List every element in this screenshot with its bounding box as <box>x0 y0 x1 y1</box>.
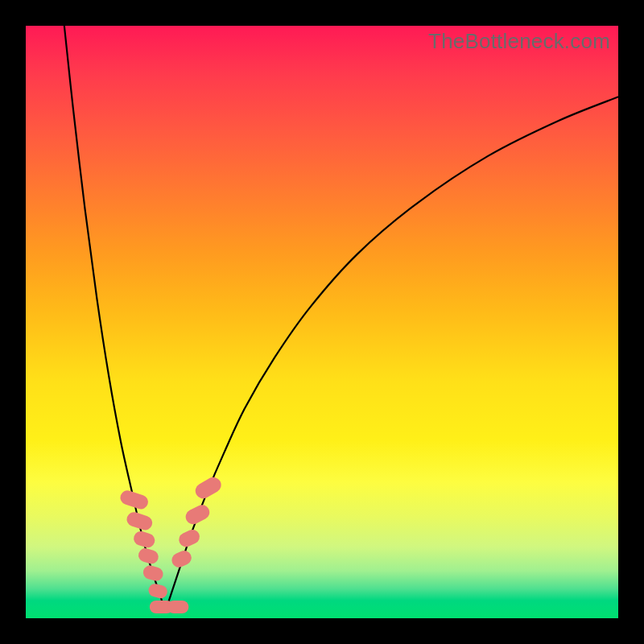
data-marker <box>183 502 212 526</box>
data-marker <box>137 547 160 565</box>
curve-right <box>165 97 618 612</box>
data-marker <box>167 601 188 613</box>
curves-svg <box>26 26 618 618</box>
data-marker <box>170 548 194 569</box>
data-marker <box>132 530 157 550</box>
data-marker <box>192 474 224 502</box>
data-marker <box>176 527 201 549</box>
data-marker <box>118 489 150 511</box>
data-marker <box>142 564 165 583</box>
chart-frame: TheBottleneck.com <box>26 26 618 618</box>
data-marker <box>147 582 169 599</box>
